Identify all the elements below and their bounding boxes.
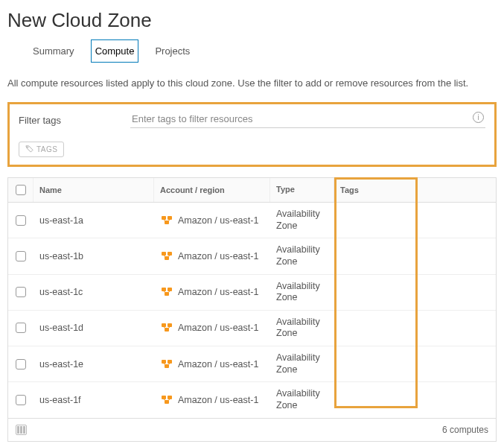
svg-rect-7 — [162, 288, 166, 291]
filter-label: Filter tags — [19, 115, 130, 126]
svg-rect-13 — [162, 360, 166, 364]
tag-icon — [25, 145, 34, 154]
filter-panel: Filter tags i TAGS — [7, 102, 497, 167]
column-header-tags[interactable]: Tags — [334, 178, 416, 202]
tags-button-label: TAGS — [36, 145, 57, 153]
svg-rect-10 — [162, 323, 166, 327]
cell-type: Availability Zone — [270, 382, 334, 417]
aws-icon — [160, 323, 173, 333]
svg-rect-16 — [162, 396, 166, 399]
table-row[interactable]: us-east-1aAmazon / us-east-1Availability… — [8, 203, 496, 238]
column-header-type[interactable]: Type — [270, 178, 334, 202]
aws-icon — [160, 215, 173, 226]
column-picker-button[interactable] — [16, 425, 27, 435]
cell-type: Availability Zone — [270, 346, 334, 381]
cell-name: us-east-1a — [34, 203, 154, 238]
column-header-name[interactable]: Name — [34, 178, 154, 202]
cell-name: us-east-1f — [34, 382, 154, 417]
tab-projects[interactable]: Projects — [153, 42, 191, 60]
cell-type: Availability Zone — [270, 203, 334, 238]
svg-rect-2 — [168, 216, 172, 220]
column-header-account[interactable]: Account / region — [154, 178, 270, 202]
row-checkbox[interactable] — [16, 287, 26, 297]
cell-account: Amazon / us-east-1 — [178, 395, 258, 405]
row-checkbox[interactable] — [16, 215, 26, 226]
cell-name: us-east-1d — [34, 311, 154, 346]
table-header: Name Account / region Type Tags — [8, 178, 496, 203]
row-checkbox[interactable] — [16, 323, 26, 333]
row-checkbox[interactable] — [16, 251, 26, 261]
page-title: New Cloud Zone — [7, 9, 498, 32]
filter-tags-input[interactable] — [130, 112, 485, 127]
aws-icon — [160, 251, 173, 261]
cell-tags — [334, 203, 416, 238]
cell-tags — [334, 275, 416, 310]
cell-tags — [334, 346, 416, 381]
cell-type: Availability Zone — [270, 311, 334, 346]
tags-button[interactable]: TAGS — [19, 142, 64, 157]
row-checkbox[interactable] — [16, 359, 26, 370]
compute-table: Name Account / region Type Tags us-east-… — [7, 177, 497, 442]
info-icon[interactable]: i — [473, 112, 484, 123]
cell-account: Amazon / us-east-1 — [178, 251, 258, 261]
svg-rect-11 — [168, 323, 172, 327]
cell-account: Amazon / us-east-1 — [178, 323, 258, 333]
svg-rect-8 — [168, 288, 172, 291]
cell-name: us-east-1e — [34, 346, 154, 381]
aws-icon — [160, 287, 173, 297]
cell-type: Availability Zone — [270, 275, 334, 310]
aws-icon — [160, 359, 173, 370]
cell-type: Availability Zone — [270, 238, 334, 273]
tab-summary[interactable]: Summary — [31, 42, 76, 60]
aws-icon — [160, 395, 173, 405]
cell-account: Amazon / us-east-1 — [178, 359, 258, 370]
cell-name: us-east-1b — [34, 238, 154, 273]
svg-rect-17 — [168, 396, 172, 399]
table-row[interactable]: us-east-1eAmazon / us-east-1Availability… — [8, 346, 496, 382]
tab-compute[interactable]: Compute — [94, 42, 136, 60]
svg-rect-4 — [162, 252, 166, 256]
description-text: All compute resources listed apply to th… — [7, 77, 498, 89]
cell-tags — [334, 382, 416, 417]
cell-account: Amazon / us-east-1 — [178, 215, 258, 226]
table-row[interactable]: us-east-1dAmazon / us-east-1Availability… — [8, 311, 496, 346]
cell-account: Amazon / us-east-1 — [178, 287, 258, 297]
cell-tags — [334, 311, 416, 346]
row-checkbox[interactable] — [16, 395, 26, 405]
table-footer: 6 computes — [8, 419, 496, 441]
table-row[interactable]: us-east-1fAmazon / us-east-1Availability… — [8, 382, 496, 418]
svg-point-0 — [28, 147, 28, 148]
svg-rect-5 — [168, 252, 172, 256]
svg-rect-1 — [162, 216, 166, 220]
table-row[interactable]: us-east-1bAmazon / us-east-1Availability… — [8, 238, 496, 274]
svg-rect-14 — [168, 360, 172, 364]
cell-tags — [334, 238, 416, 273]
footer-count: 6 computes — [442, 425, 488, 435]
cell-name: us-east-1c — [34, 275, 154, 310]
select-all-checkbox[interactable] — [16, 185, 26, 195]
tabs: Summary Compute Projects — [6, 42, 498, 60]
table-row[interactable]: us-east-1cAmazon / us-east-1Availability… — [8, 275, 496, 311]
